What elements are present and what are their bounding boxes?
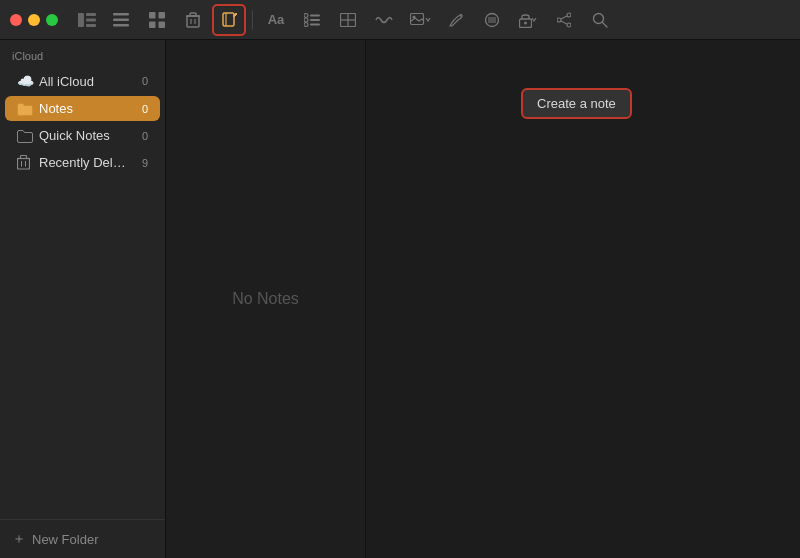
draw-button[interactable] (439, 4, 473, 36)
sidebar: iCloud ☁️ All iCloud 0 Notes 0 Quick Not… (0, 40, 166, 558)
create-note-label: Create a note (537, 96, 616, 111)
svg-point-42 (594, 13, 604, 23)
svg-rect-6 (113, 24, 129, 27)
grid-view-button[interactable] (140, 4, 174, 36)
svg-rect-7 (149, 12, 156, 19)
svg-rect-9 (149, 21, 156, 28)
scan-button[interactable] (475, 4, 509, 36)
new-folder-button[interactable]: ＋ New Folder (0, 519, 165, 558)
sidebar-item-badge: 0 (134, 75, 148, 87)
minimize-button[interactable] (28, 14, 40, 26)
sidebar-item-recently-deleted[interactable]: Recently Deleted 9 (5, 150, 160, 175)
svg-rect-2 (86, 18, 96, 21)
folder-icon (17, 102, 33, 116)
svg-point-19 (304, 13, 308, 17)
svg-point-23 (304, 22, 308, 26)
notes-list-panel: No Notes (166, 40, 366, 558)
svg-rect-44 (18, 159, 30, 170)
titlebar: Aa (0, 0, 800, 40)
sidebar-toggle-button[interactable] (70, 4, 104, 36)
note-editor-panel[interactable]: Create a note (366, 40, 800, 558)
list-view-button[interactable] (104, 4, 138, 36)
svg-rect-10 (159, 21, 166, 28)
sidebar-item-label: Recently Deleted (39, 155, 128, 170)
svg-rect-8 (159, 12, 166, 19)
svg-rect-5 (113, 18, 129, 21)
sidebar-item-notes[interactable]: Notes 0 (5, 96, 160, 121)
sidebar-section-label: iCloud (0, 40, 165, 67)
create-note-tooltip: Create a note (521, 88, 632, 119)
sidebar-footer-label: New Folder (32, 532, 98, 547)
svg-line-40 (561, 16, 567, 19)
svg-point-30 (460, 14, 463, 17)
checklist-button[interactable] (295, 4, 329, 36)
sidebar-item-label: Notes (39, 101, 128, 116)
sidebar-item-badge: 9 (134, 157, 148, 169)
compose-button[interactable] (212, 4, 246, 36)
svg-rect-0 (78, 13, 84, 27)
plus-icon: ＋ (12, 530, 26, 548)
svg-rect-1 (86, 13, 96, 16)
media-button[interactable] (403, 4, 437, 36)
svg-line-41 (561, 21, 567, 24)
svg-point-38 (567, 23, 571, 27)
svg-point-37 (567, 13, 571, 17)
lock-button[interactable] (511, 4, 545, 36)
svg-point-36 (524, 21, 527, 24)
sidebar-item-badge: 0 (134, 103, 148, 115)
svg-rect-3 (86, 24, 96, 27)
share-button[interactable] (547, 4, 581, 36)
svg-point-39 (557, 18, 561, 22)
svg-line-43 (603, 22, 608, 27)
toolbar-separator-1 (252, 10, 253, 30)
svg-point-21 (304, 18, 308, 22)
svg-rect-24 (310, 23, 320, 25)
sidebar-item-label: All iCloud (39, 74, 128, 89)
attachment-button[interactable] (367, 4, 401, 36)
svg-rect-20 (310, 14, 320, 16)
svg-rect-4 (113, 13, 129, 16)
main-content: iCloud ☁️ All iCloud 0 Notes 0 Quick Not… (0, 40, 800, 558)
svg-rect-16 (223, 13, 234, 26)
sidebar-item-label: Quick Notes (39, 128, 128, 143)
sidebar-item-all-icloud[interactable]: ☁️ All iCloud 0 (5, 68, 160, 94)
delete-button[interactable] (176, 4, 210, 36)
table-button[interactable] (331, 4, 365, 36)
sidebar-item-quick-notes[interactable]: Quick Notes 0 (5, 123, 160, 148)
toolbar: Aa (104, 4, 790, 36)
search-button[interactable] (583, 4, 617, 36)
svg-rect-22 (310, 19, 320, 21)
maximize-button[interactable] (46, 14, 58, 26)
folder-icon (17, 129, 33, 143)
sidebar-item-badge: 0 (134, 130, 148, 142)
format-button[interactable]: Aa (259, 4, 293, 36)
trash-icon (17, 155, 33, 170)
svg-rect-11 (187, 16, 199, 27)
cloud-icon: ☁️ (17, 73, 33, 89)
close-button[interactable] (10, 14, 22, 26)
no-notes-label: No Notes (232, 290, 299, 308)
traffic-lights (10, 14, 58, 26)
